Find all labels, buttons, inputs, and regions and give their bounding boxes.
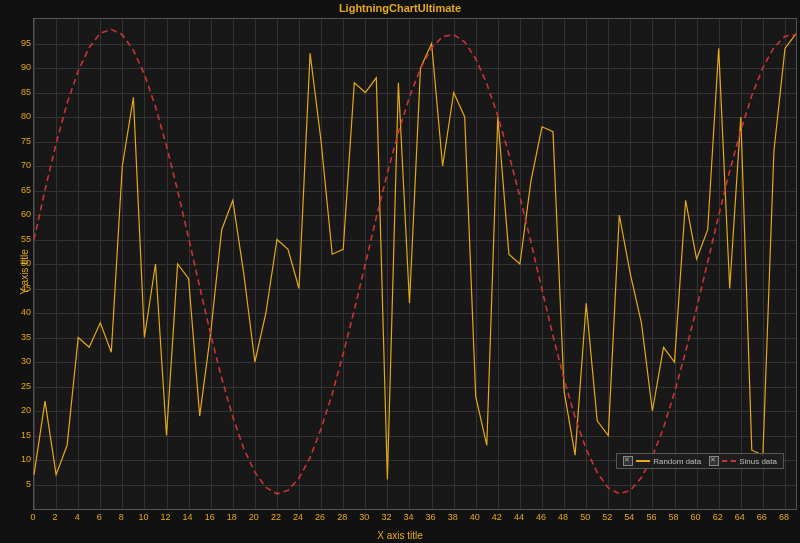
x-tick-label: 36 — [426, 512, 436, 522]
legend-checkbox-icon[interactable] — [709, 456, 719, 466]
legend-swatch-sinus — [722, 460, 736, 462]
legend-item-random[interactable]: Random data — [623, 456, 701, 466]
x-tick-label: 68 — [779, 512, 789, 522]
plot-area[interactable]: Random data Sinus data — [33, 18, 797, 510]
x-tick-label: 24 — [293, 512, 303, 522]
y-tick-label: 80 — [21, 111, 31, 121]
x-tick-label: 58 — [669, 512, 679, 522]
x-tick-label: 40 — [470, 512, 480, 522]
x-tick-label: 6 — [97, 512, 102, 522]
x-tick-label: 56 — [646, 512, 656, 522]
x-tick-label: 28 — [337, 512, 347, 522]
chart-container: LightningChartUltimate Y axis title X ax… — [0, 0, 800, 543]
x-tick-label: 18 — [227, 512, 237, 522]
x-tick-label: 32 — [381, 512, 391, 522]
legend-label-random: Random data — [653, 457, 701, 466]
y-tick-label: 60 — [21, 209, 31, 219]
x-tick-label: 62 — [713, 512, 723, 522]
legend-item-sinus[interactable]: Sinus data — [709, 456, 777, 466]
legend-label-sinus: Sinus data — [739, 457, 777, 466]
x-tick-label: 52 — [602, 512, 612, 522]
x-tick-label: 16 — [205, 512, 215, 522]
y-tick-label: 50 — [21, 258, 31, 268]
x-axis-title: X axis title — [377, 530, 423, 541]
y-tick-label: 35 — [21, 332, 31, 342]
chart-title: LightningChartUltimate — [339, 2, 461, 14]
x-tick-label: 66 — [757, 512, 767, 522]
x-tick-label: 8 — [119, 512, 124, 522]
y-tick-label: 5 — [26, 479, 31, 489]
x-tick-label: 22 — [271, 512, 281, 522]
y-tick-label: 55 — [21, 234, 31, 244]
x-tick-label: 4 — [75, 512, 80, 522]
x-tick-label: 26 — [315, 512, 325, 522]
x-tick-label: 10 — [138, 512, 148, 522]
chart-lines — [34, 19, 796, 509]
x-tick-label: 64 — [735, 512, 745, 522]
legend: Random data Sinus data — [616, 453, 784, 469]
x-tick-label: 54 — [624, 512, 634, 522]
x-tick-label: 42 — [492, 512, 502, 522]
x-tick-label: 34 — [403, 512, 413, 522]
y-tick-label: 85 — [21, 87, 31, 97]
x-tick-label: 30 — [359, 512, 369, 522]
x-tick-label: 60 — [691, 512, 701, 522]
y-tick-label: 40 — [21, 307, 31, 317]
legend-checkbox-icon[interactable] — [623, 456, 633, 466]
x-tick-label: 48 — [558, 512, 568, 522]
x-tick-label: 12 — [161, 512, 171, 522]
y-tick-label: 10 — [21, 454, 31, 464]
y-tick-label: 15 — [21, 430, 31, 440]
y-tick-label: 95 — [21, 38, 31, 48]
y-tick-label: 45 — [21, 283, 31, 293]
y-tick-label: 30 — [21, 356, 31, 366]
x-tick-label: 44 — [514, 512, 524, 522]
y-tick-label: 90 — [21, 62, 31, 72]
series-random-data — [34, 34, 796, 480]
x-tick-label: 20 — [249, 512, 259, 522]
legend-swatch-random — [636, 460, 650, 462]
x-tick-label: 2 — [53, 512, 58, 522]
y-tick-label: 70 — [21, 160, 31, 170]
y-tick-label: 65 — [21, 185, 31, 195]
y-tick-label: 20 — [21, 405, 31, 415]
x-tick-label: 0 — [30, 512, 35, 522]
x-tick-label: 14 — [183, 512, 193, 522]
x-tick-label: 46 — [536, 512, 546, 522]
x-tick-label: 50 — [580, 512, 590, 522]
y-tick-label: 75 — [21, 136, 31, 146]
y-tick-label: 25 — [21, 381, 31, 391]
x-tick-label: 38 — [448, 512, 458, 522]
